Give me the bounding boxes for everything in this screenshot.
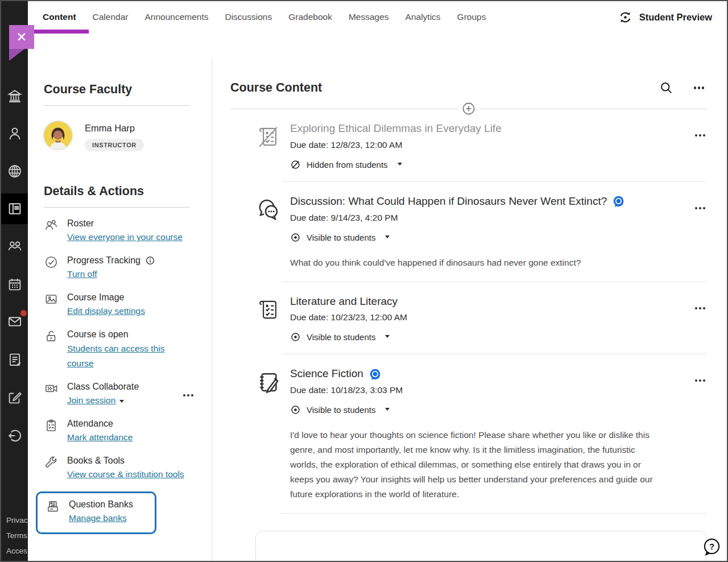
course-faculty-heading: Course Faculty [44,82,190,97]
details-item-question-banks: Question Banks Manage banks [46,498,147,526]
student-preview-button[interactable]: Student Preview [618,10,712,25]
item-menu-button[interactable] [695,134,705,137]
visibility-dropdown[interactable]: Visible to students [290,404,659,415]
edit-display-settings-link[interactable]: Edit display settings [67,306,145,316]
content-menu-button[interactable] [694,86,704,89]
chevron-down-icon [398,163,402,166]
profile-icon[interactable] [1,118,28,149]
content-item-literature-literacy: Literature and Literacy Due date: 10/23/… [255,282,706,354]
globe-icon[interactable] [1,156,28,187]
course-banner-image [28,33,727,57]
visibility-label: Visible to students [307,233,375,242]
ellipsis-icon [694,86,696,89]
tab-content[interactable]: Content [43,12,76,22]
content-item-science-fiction: Science Fiction Due date: 10/18/23, 3:03… [255,354,706,513]
tab-announcements[interactable]: Announcements [144,12,208,22]
wrench-icon [44,454,59,482]
search-icon[interactable] [659,81,673,95]
item-menu-button[interactable] [695,307,705,309]
help-button[interactable]: ? [701,537,722,557]
notification-badge [20,310,27,316]
sign-out-icon-rail[interactable] [1,420,28,451]
tab-groups[interactable]: Groups [457,12,486,22]
content-item-title[interactable]: Science Fiction [290,367,363,381]
mark-attendance-link[interactable]: Mark attendance [67,432,133,442]
test-hidden-icon [255,122,280,170]
ellipsis-icon [183,394,185,396]
visibility-dropdown[interactable]: Visible to students [290,232,624,243]
ellipsis-icon [695,379,697,382]
privacy-link[interactable]: Privacy [6,513,27,528]
chevron-down-icon [119,400,124,403]
rail-courses-active[interactable] [1,193,28,224]
visibility-label: Visible to students [307,405,375,415]
question-banks-icon [46,498,60,526]
sign-out-icon [6,427,23,444]
eye-icon [290,332,301,342]
visibility-dropdown[interactable]: Hidden from students [290,159,502,170]
turn-off-link[interactable]: Turn off [67,269,97,279]
tab-calendar[interactable]: Calendar [93,12,129,22]
question-banks-highlight: Question Banks Manage banks [36,491,156,534]
details-item-class-collaborate: Class Collaborate Join session [44,381,190,408]
content-item-title[interactable]: Literature and Literacy [290,295,407,308]
collaborate-menu-button[interactable] [183,394,193,396]
ellipsis-icon [695,134,697,137]
due-date: Due date: 10/18/23, 3:03 PM [290,385,659,395]
visibility-dropdown[interactable]: Visible to students [290,332,407,342]
institution-icon [6,88,23,105]
details-item-progress-tracking: Progress Tracking Turn off [44,254,190,282]
conversation-badge-icon [613,195,624,207]
avatar [44,121,72,150]
groups-icon-rail[interactable] [1,231,28,262]
details-actions-heading: Details & Actions [44,184,190,199]
tab-messages[interactable]: Messages [349,12,389,22]
messages-icon-rail[interactable] [1,306,28,337]
item-menu-button[interactable] [695,379,705,382]
tab-discussions[interactable]: Discussions [225,12,272,22]
conversation-badge-icon [369,368,381,380]
calendar-icon-rail[interactable] [1,269,28,300]
terms-link[interactable]: Terms [6,528,27,543]
students-access-link[interactable]: Students can access this course [67,344,164,369]
avatar-image [44,121,72,150]
content-item-title[interactable]: Discussion: What Could Happen if Dinosau… [290,195,607,208]
journal-icon [255,367,280,502]
edit-icon [6,389,23,406]
nav-tabs: Content Calendar Announcements Discussio… [43,12,486,22]
view-everyone-link[interactable]: View everyone in your course [67,232,183,242]
instructor-badge: INSTRUCTOR [85,139,144,151]
course-content-panel: Course Content [212,57,727,561]
ellipsis-icon [695,207,697,209]
tab-analytics[interactable]: Analytics [406,12,441,22]
tab-gradebook[interactable]: Gradebook [288,12,332,22]
manage-banks-link[interactable]: Manage banks [69,513,127,523]
item-menu-button[interactable] [695,207,705,209]
content-item-title[interactable]: Exploring Ethical Dilemmas in Everyday L… [290,122,502,135]
course-top-nav: Content Calendar Announcements Discussio… [28,1,727,33]
attendance-clipboard-icon [44,418,59,445]
details-item-attendance: Attendance Mark attendance [44,418,190,445]
join-session-link[interactable]: Join session [67,395,115,405]
chevron-down-icon [385,335,390,338]
compose-icon-rail[interactable] [1,382,28,413]
close-preview-button[interactable]: ✕ [9,25,34,49]
person-icon [6,125,23,142]
course-side-panel: Course Faculty Emma Harp INSTRUCTOR Deta… [28,57,212,561]
calendar-icon [6,276,23,293]
details-actions-list: Roster View everyone in your course Prog… [44,217,190,534]
details-item-course-open: Course is open Students can access this … [44,328,190,371]
progress-check-icon [44,254,59,282]
rail-footer: Privacy Terms Accessibility [6,513,27,559]
attendance-title: Attendance [67,418,133,430]
gradebook-icon-rail[interactable] [1,344,28,375]
test-icon [255,295,280,343]
item-description: What do you think could've happened if d… [290,255,624,270]
info-icon[interactable] [145,255,155,266]
institution-icon[interactable] [1,81,28,111]
details-item-course-image: Course Image Edit display settings [44,291,190,319]
view-tools-link[interactable]: View course & institution tools [67,469,184,479]
groups-icon [6,238,23,255]
divider [44,207,190,208]
accessibility-link[interactable]: Accessibility [6,543,27,559]
